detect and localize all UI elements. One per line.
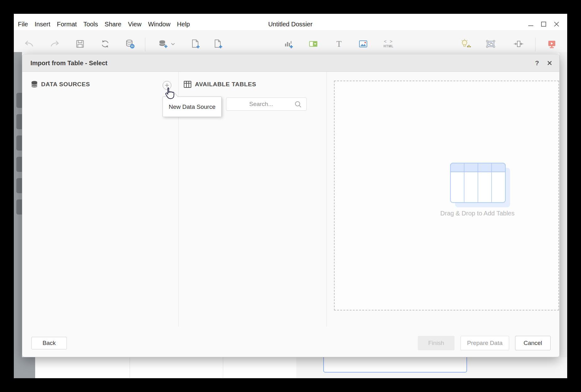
menu-view[interactable]: View (128, 21, 142, 28)
add-text-icon[interactable]: T (333, 38, 345, 50)
add-html-icon[interactable]: < > HTML (381, 39, 396, 48)
available-tables-header: AVAILABLE TABLES (184, 80, 256, 89)
maximize-icon[interactable] (539, 19, 548, 29)
prepare-data-button[interactable]: Prepare Data (460, 336, 509, 350)
hand-cursor (164, 87, 175, 100)
drop-hint-text: Drag & Drop to Add Tables (440, 210, 514, 217)
background-panel-button (16, 178, 22, 193)
menu-help[interactable]: Help (177, 21, 190, 28)
background-panel-button (16, 199, 22, 215)
window-controls (526, 19, 561, 29)
search-input[interactable] (228, 98, 294, 110)
table-search (226, 98, 307, 111)
dialog-title: Import from Table - Select (30, 54, 107, 72)
presentation-mode-icon[interactable] (546, 38, 557, 50)
background-panel-button (16, 157, 22, 172)
menu-share[interactable]: Share (105, 21, 121, 28)
data-sources-header: DATA SOURCES (31, 80, 90, 89)
toolbar-separator (145, 38, 145, 51)
menu-window[interactable]: Window (148, 21, 170, 28)
back-button[interactable]: Back (31, 337, 67, 349)
background-grid-line (130, 357, 130, 378)
add-selector-icon[interactable] (308, 38, 319, 50)
data-sources-title: DATA SOURCES (41, 81, 90, 88)
add-data-icon[interactable] (158, 38, 169, 50)
table-grid-icon (184, 81, 191, 88)
table-drop-zone[interactable] (334, 81, 559, 310)
background-right-edge (560, 52, 567, 378)
document-title: Untitled Dossier (268, 18, 312, 30)
background-panel-button (16, 93, 22, 108)
toolbar-separator (535, 38, 535, 51)
panel-divider (326, 72, 327, 326)
finish-button[interactable]: Finish (418, 336, 455, 350)
fit-to-window-icon[interactable] (513, 38, 524, 50)
background-grid-line (223, 357, 223, 378)
add-visualization-icon[interactable] (283, 38, 294, 50)
chevron-down-icon[interactable] (170, 38, 176, 50)
cancel-button[interactable]: Cancel (515, 336, 551, 350)
auto-arrange-icon[interactable] (485, 38, 496, 50)
menu-insert[interactable]: Insert (35, 21, 50, 28)
close-icon[interactable] (552, 19, 561, 29)
menu-file[interactable]: File (18, 21, 28, 28)
refresh-icon[interactable] (100, 38, 111, 50)
new-document-icon[interactable] (190, 38, 201, 50)
table-placeholder-icon (450, 163, 511, 209)
undo-icon[interactable] (24, 38, 35, 50)
app-window: File Insert Format Tools Share View Wind… (14, 14, 567, 378)
search-icon[interactable] (294, 101, 302, 108)
background-sidebar-bottom (14, 357, 35, 378)
dialog-close-icon[interactable] (546, 59, 554, 67)
background-panel-button (16, 135, 22, 151)
redo-icon[interactable] (49, 38, 60, 50)
database-icon (31, 81, 38, 88)
dialog-titlebar: Import from Table - Select ? (22, 54, 559, 72)
add-page-icon[interactable] (212, 38, 223, 50)
menu-tools[interactable]: Tools (83, 21, 98, 28)
minimize-icon[interactable] (526, 19, 535, 29)
save-icon[interactable] (74, 38, 86, 50)
available-tables-title: AVAILABLE TABLES (195, 81, 256, 88)
help-icon[interactable]: ? (533, 59, 541, 67)
background-left-panel (14, 52, 22, 378)
import-from-table-dialog: Import from Table - Select ? DATA SOURCE… (22, 54, 560, 357)
database-status-icon[interactable] (124, 38, 136, 50)
background-panel-button (16, 114, 22, 129)
add-image-icon[interactable] (358, 38, 369, 50)
menu-format[interactable]: Format (57, 21, 77, 28)
tooltip-text: New Data Source (169, 103, 216, 110)
insights-icon[interactable] (460, 38, 471, 50)
